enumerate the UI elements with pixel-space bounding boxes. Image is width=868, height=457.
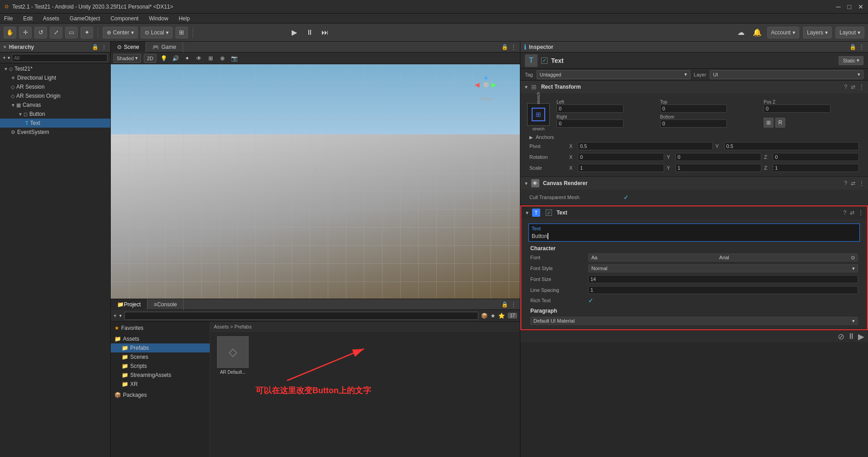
asset-item-ardefault[interactable]: ◇ AR Default... <box>215 336 251 375</box>
sidebar-scenes[interactable]: 📁 Scenes <box>111 352 210 362</box>
pivot-x-input[interactable] <box>578 142 713 150</box>
right-input[interactable] <box>557 119 623 128</box>
step-button[interactable]: ⏭ <box>319 27 331 38</box>
services-button[interactable]: 🔔 <box>751 27 764 38</box>
rect-tool[interactable]: ▭ <box>65 27 78 38</box>
tab-scene[interactable]: ⊙ Scene <box>111 42 146 52</box>
sidebar-assets[interactable]: 📁 Assets <box>111 334 210 343</box>
rot-x-input[interactable] <box>578 153 664 161</box>
menu-file[interactable]: File <box>2 15 14 22</box>
text-component-header[interactable]: ▼ T ✓ Text ? ⇄ ⋮ <box>521 206 867 219</box>
rot-y-input[interactable] <box>675 153 762 161</box>
layout-dropdown[interactable]: Layout ▾ <box>835 27 864 38</box>
pause-icon[interactable]: ⏸ <box>847 332 855 341</box>
anchors-arrow[interactable]: ▶ <box>529 135 533 140</box>
rich-text-checkbox[interactable]: ✓ <box>588 297 594 304</box>
text-settings-icon[interactable]: ⇄ <box>850 209 854 216</box>
sidebar-streaming[interactable]: 📁 StreamingAssets <box>111 371 210 380</box>
rot-z-input[interactable] <box>773 153 859 161</box>
text-enabled-checkbox[interactable]: ✓ <box>546 209 552 216</box>
font-dropdown[interactable]: Aa Arial ⊙ <box>588 253 858 262</box>
scale-x-input[interactable] <box>578 164 664 172</box>
dropdown-arrow[interactable]: ▾ <box>8 55 10 60</box>
tab-game[interactable]: 🎮 Game <box>146 42 183 52</box>
scale-z-input[interactable] <box>773 164 859 172</box>
material-dropdown[interactable]: Default UI Material ▾ <box>530 317 858 325</box>
hierarchy-item-arsession[interactable]: ◇ AR Session <box>0 82 110 91</box>
pin-icon[interactable]: 🔒 <box>849 44 856 50</box>
go-enabled-checkbox[interactable]: ✓ <box>541 57 547 64</box>
blueprint-btn[interactable]: ⊞ <box>764 118 774 128</box>
more-icon[interactable]: ⋮ <box>101 44 107 50</box>
cr-more-icon[interactable]: ⋮ <box>859 180 864 186</box>
tab-console[interactable]: ≡ Console <box>147 299 184 310</box>
top-input[interactable] <box>660 105 727 113</box>
menu-window[interactable]: Window <box>147 15 170 22</box>
more-icon[interactable]: ⋮ <box>859 84 864 90</box>
scale-y-input[interactable] <box>675 164 762 172</box>
stretch-widget[interactable]: ⊞ <box>527 103 550 126</box>
pause-button[interactable]: ⏸ <box>303 27 316 38</box>
hierarchy-item-test21[interactable]: ▼ ◇ Test21* <box>0 64 110 73</box>
menu-edit[interactable]: Edit <box>21 15 34 22</box>
more-inspector-icon[interactable]: ⋮ <box>859 44 864 50</box>
maximize-button[interactable]: □ <box>848 3 851 10</box>
2d-button[interactable]: 2D <box>144 54 156 63</box>
sidebar-prefabs[interactable]: 📁 Prefabs <box>111 343 210 352</box>
menu-help[interactable]: Help <box>177 15 192 22</box>
sidebar-xr[interactable]: 📁 XR <box>111 380 210 389</box>
lock-icon[interactable]: 🔒 <box>92 44 99 50</box>
scale-tool[interactable]: ⤢ <box>50 27 62 38</box>
tag-dropdown[interactable]: Untagged ▾ <box>537 70 690 79</box>
settings-icon[interactable]: ⇄ <box>851 84 855 90</box>
cr-help-icon[interactable]: ? <box>844 180 847 186</box>
shading-dropdown[interactable]: Shaded ▾ <box>113 54 141 63</box>
pivot-center-dropdown[interactable]: ⊕ Center ▾ <box>103 27 138 38</box>
left-input[interactable] <box>557 105 623 113</box>
font-size-input[interactable] <box>588 275 858 283</box>
grid-tool[interactable]: ⊞ <box>175 27 188 38</box>
menu-component[interactable]: Component <box>108 15 140 22</box>
camera-btn[interactable]: 📷 <box>230 54 239 63</box>
grid-vis-btn[interactable]: ⊞ <box>206 54 215 63</box>
lock-scene-icon[interactable]: 🔒 <box>501 44 508 50</box>
gizmos-btn[interactable]: ⊕ <box>218 54 227 63</box>
posz-input[interactable] <box>764 105 830 113</box>
menu-assets[interactable]: Assets <box>41 15 61 22</box>
cull-checkbox[interactable]: ✓ <box>623 194 629 201</box>
sidebar-scripts[interactable]: 📁 Scripts <box>111 362 210 371</box>
hierarchy-item-button[interactable]: ▼ ◻ Button <box>0 109 110 119</box>
pivot-local-dropdown[interactable]: ⊙ Local ▾ <box>141 27 173 38</box>
hierarchy-search[interactable] <box>12 54 108 62</box>
hierarchy-item-dirlight[interactable]: ☀ Directional Light <box>0 73 110 82</box>
collab-button[interactable]: ☁ <box>735 27 747 38</box>
rect-transform-header[interactable]: ▼ ⊞ Rect Transform ? ⇄ ⋮ <box>520 81 868 93</box>
static-dropdown[interactable]: Static ▾ <box>839 56 863 65</box>
add-asset-button[interactable]: + <box>113 313 117 319</box>
hierarchy-item-canvas[interactable]: ▼ ▦ Canvas <box>0 100 110 109</box>
more-scene-icon[interactable]: ⋮ <box>511 44 516 50</box>
transform-tool[interactable]: ✦ <box>80 27 93 38</box>
bottom-input[interactable] <box>660 119 727 128</box>
star-icon[interactable]: ★ <box>491 313 495 319</box>
hierarchy-item-arorigin[interactable]: ◇ AR Session Origin <box>0 91 110 100</box>
no-network-icon[interactable]: ⊘ <box>838 332 844 342</box>
r-btn[interactable]: R <box>775 118 785 128</box>
add-button[interactable]: + <box>3 55 6 61</box>
asset-search[interactable] <box>124 312 478 320</box>
hand-tool[interactable]: ✋ <box>4 27 16 38</box>
line-spacing-input[interactable] <box>588 286 858 294</box>
layers-dropdown[interactable]: Layers ▾ <box>803 27 832 38</box>
cr-settings-icon[interactable]: ⇄ <box>851 180 855 186</box>
add-dropdown[interactable]: ▾ <box>119 313 122 318</box>
rotate-tool[interactable]: ↺ <box>34 27 47 38</box>
play-button[interactable]: ▶ <box>288 27 301 38</box>
layer-dropdown[interactable]: UI ▾ <box>710 70 863 79</box>
lock-bottom-icon[interactable]: 🔒 <box>501 301 508 308</box>
play-small-icon[interactable]: ▶ <box>858 332 864 342</box>
fx-btn[interactable]: ✦ <box>183 54 192 63</box>
favorites-icon[interactable]: ⭐ <box>498 313 505 319</box>
sidebar-packages[interactable]: 📦 Packages <box>111 390 210 400</box>
scene-vis-btn[interactable]: 👁 <box>194 54 203 63</box>
minimize-button[interactable]: ─ <box>836 3 841 10</box>
